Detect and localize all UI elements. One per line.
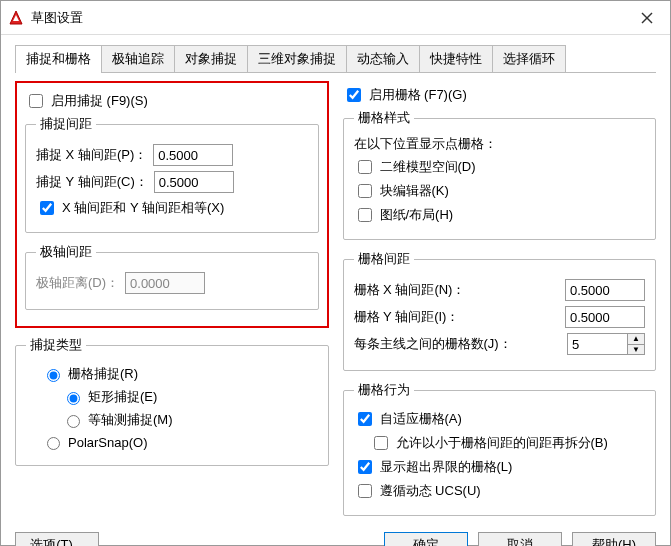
- polar-spacing-group: 极轴间距 极轴距离(D)：: [25, 243, 319, 310]
- rect-snap-label: 矩形捕捉(E): [88, 388, 157, 406]
- titlebar: 草图设置: [1, 1, 670, 35]
- grid-style-group: 栅格样式 在以下位置显示点栅格： 二维模型空间(D) 块编辑器(K) 图纸/布局…: [343, 109, 657, 240]
- grid-snap-label: 栅格捕捉(R): [68, 365, 138, 383]
- close-button[interactable]: [624, 1, 670, 35]
- subdivide-input[interactable]: [374, 436, 388, 450]
- tab-content: 启用捕捉 (F9)(S) 捕捉间距 捕捉 X 轴间距(P)： 捕捉 Y 轴间距(…: [15, 73, 656, 526]
- adaptive-grid-input[interactable]: [358, 412, 372, 426]
- snap-equal-input[interactable]: [40, 201, 54, 215]
- ok-button[interactable]: 确定: [384, 532, 468, 546]
- polar-snap-radio[interactable]: PolarSnap(O): [26, 434, 318, 450]
- snap-spacing-legend: 捕捉间距: [36, 115, 96, 133]
- layout-input[interactable]: [358, 208, 372, 222]
- grid-major-stepper[interactable]: ▲ ▼: [567, 333, 645, 355]
- subdivide-checkbox[interactable]: 允许以小于栅格间距的间距再拆分(B): [354, 433, 646, 453]
- block-editor-label: 块编辑器(K): [380, 182, 449, 200]
- polar-snap-input[interactable]: [47, 437, 60, 450]
- tab-polar-tracking[interactable]: 极轴追踪: [101, 45, 175, 72]
- iso-snap-radio[interactable]: 等轴测捕捉(M): [26, 411, 318, 429]
- grid-y-input[interactable]: [565, 306, 645, 328]
- dialog-body: 捕捉和栅格 极轴追踪 对象捕捉 三维对象捕捉 动态输入 快捷特性 选择循环 启用…: [1, 35, 670, 546]
- follow-ucs-label: 遵循动态 UCS(U): [380, 482, 481, 500]
- model-space-label: 二维模型空间(D): [380, 158, 476, 176]
- subdivide-label: 允许以小于栅格间距的间距再拆分(B): [396, 434, 608, 452]
- enable-grid-checkbox[interactable]: 启用栅格 (F7)(G): [343, 85, 657, 105]
- cancel-button[interactable]: 取消: [478, 532, 562, 546]
- layout-label: 图纸/布局(H): [380, 206, 454, 224]
- stepper-up-icon[interactable]: ▲: [628, 334, 644, 345]
- follow-ucs-input[interactable]: [358, 484, 372, 498]
- grid-style-subhead: 在以下位置显示点栅格：: [354, 135, 646, 153]
- tab-quick-props[interactable]: 快捷特性: [419, 45, 493, 72]
- highlight-box: 启用捕捉 (F9)(S) 捕捉间距 捕捉 X 轴间距(P)： 捕捉 Y 轴间距(…: [15, 81, 329, 328]
- layout-checkbox[interactable]: 图纸/布局(H): [354, 205, 646, 225]
- grid-snap-input[interactable]: [47, 369, 60, 382]
- iso-snap-label: 等轴测捕捉(M): [88, 411, 173, 429]
- grid-snap-radio[interactable]: 栅格捕捉(R): [26, 365, 318, 383]
- tabstrip: 捕捉和栅格 极轴追踪 对象捕捉 三维对象捕捉 动态输入 快捷特性 选择循环: [15, 45, 656, 73]
- enable-grid-label: 启用栅格 (F7)(G): [369, 86, 467, 104]
- tab-object-snap[interactable]: 对象捕捉: [174, 45, 248, 72]
- model-space-checkbox[interactable]: 二维模型空间(D): [354, 157, 646, 177]
- beyond-limits-label: 显示超出界限的栅格(L): [380, 458, 513, 476]
- polar-dist-label: 极轴距离(D)：: [36, 274, 119, 292]
- beyond-limits-checkbox[interactable]: 显示超出界限的栅格(L): [354, 457, 646, 477]
- grid-y-label: 栅格 Y 轴间距(I)：: [354, 308, 560, 326]
- polar-snap-label: PolarSnap(O): [68, 435, 147, 450]
- grid-style-legend: 栅格样式: [354, 109, 414, 127]
- footer: 选项(T)... 确定 取消 帮助(H): [15, 526, 656, 546]
- enable-snap-checkbox[interactable]: 启用捕捉 (F9)(S): [25, 91, 319, 111]
- left-column: 启用捕捉 (F9)(S) 捕捉间距 捕捉 X 轴间距(P)： 捕捉 Y 轴间距(…: [15, 81, 329, 526]
- help-button[interactable]: 帮助(H): [572, 532, 656, 546]
- iso-snap-input[interactable]: [67, 415, 80, 428]
- snap-spacing-group: 捕捉间距 捕捉 X 轴间距(P)： 捕捉 Y 轴间距(C)： X 轴间距和 Y …: [25, 115, 319, 233]
- grid-behavior-legend: 栅格行为: [354, 381, 414, 399]
- snap-equal-checkbox[interactable]: X 轴间距和 Y 轴间距相等(X): [36, 198, 308, 218]
- snap-x-label: 捕捉 X 轴间距(P)：: [36, 146, 147, 164]
- grid-x-label: 栅格 X 轴间距(N)：: [354, 281, 560, 299]
- beyond-limits-input[interactable]: [358, 460, 372, 474]
- adaptive-grid-label: 自适应栅格(A): [380, 410, 462, 428]
- snap-y-label: 捕捉 Y 轴间距(C)：: [36, 173, 148, 191]
- tab-3d-object-snap[interactable]: 三维对象捕捉: [247, 45, 347, 72]
- snap-y-input[interactable]: [154, 171, 234, 193]
- rect-snap-input[interactable]: [67, 392, 80, 405]
- enable-grid-input[interactable]: [347, 88, 361, 102]
- grid-x-input[interactable]: [565, 279, 645, 301]
- rect-snap-radio[interactable]: 矩形捕捉(E): [26, 388, 318, 406]
- right-column: 启用栅格 (F7)(G) 栅格样式 在以下位置显示点栅格： 二维模型空间(D) …: [343, 81, 657, 526]
- stepper-arrows[interactable]: ▲ ▼: [627, 333, 645, 355]
- snap-x-input[interactable]: [153, 144, 233, 166]
- stepper-down-icon[interactable]: ▼: [628, 345, 644, 355]
- tab-dynamic-input[interactable]: 动态输入: [346, 45, 420, 72]
- options-button[interactable]: 选项(T)...: [15, 532, 99, 546]
- app-icon: [7, 9, 25, 27]
- snap-type-legend: 捕捉类型: [26, 336, 86, 354]
- block-editor-input[interactable]: [358, 184, 372, 198]
- grid-behavior-group: 栅格行为 自适应栅格(A) 允许以小于栅格间距的间距再拆分(B) 显示超出界限的…: [343, 381, 657, 516]
- grid-spacing-group: 栅格间距 栅格 X 轴间距(N)： 栅格 Y 轴间距(I)： 每条主线之间的栅格…: [343, 250, 657, 371]
- snap-type-group: 捕捉类型 栅格捕捉(R) 矩形捕捉(E) 等轴测捕捉(M): [15, 336, 329, 466]
- model-space-input[interactable]: [358, 160, 372, 174]
- block-editor-checkbox[interactable]: 块编辑器(K): [354, 181, 646, 201]
- enable-snap-label: 启用捕捉 (F9)(S): [51, 92, 148, 110]
- window-title: 草图设置: [31, 9, 83, 27]
- grid-major-label: 每条主线之间的栅格数(J)：: [354, 335, 562, 353]
- dialog-window: 草图设置 捕捉和栅格 极轴追踪 对象捕捉 三维对象捕捉 动态输入 快捷特性 选择…: [0, 0, 671, 546]
- enable-snap-input[interactable]: [29, 94, 43, 108]
- polar-dist-input: [125, 272, 205, 294]
- tab-selection-cycling[interactable]: 选择循环: [492, 45, 566, 72]
- adaptive-grid-checkbox[interactable]: 自适应栅格(A): [354, 409, 646, 429]
- polar-spacing-legend: 极轴间距: [36, 243, 96, 261]
- follow-ucs-checkbox[interactable]: 遵循动态 UCS(U): [354, 481, 646, 501]
- tab-snap-grid[interactable]: 捕捉和栅格: [15, 45, 102, 72]
- grid-major-input[interactable]: [567, 333, 627, 355]
- grid-spacing-legend: 栅格间距: [354, 250, 414, 268]
- snap-equal-label: X 轴间距和 Y 轴间距相等(X): [62, 199, 224, 217]
